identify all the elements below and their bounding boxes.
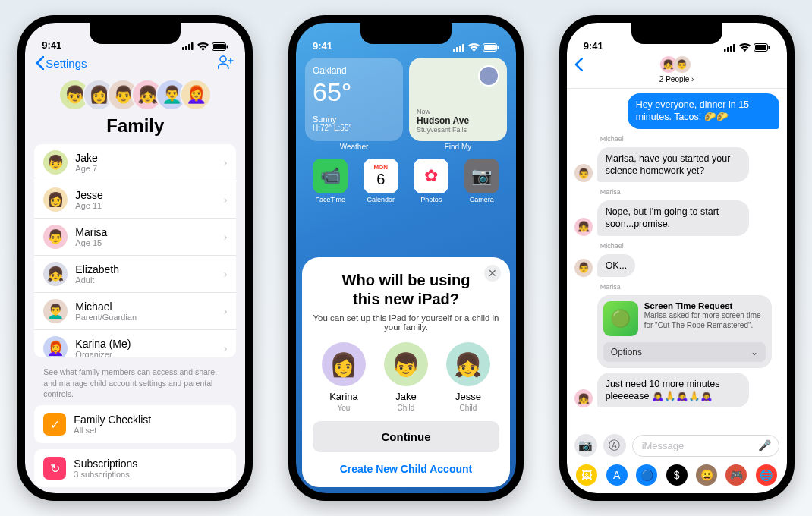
member-name: Jake xyxy=(75,152,223,164)
home-app[interactable]: 📹FaceTime xyxy=(308,159,353,203)
svg-rect-21 xyxy=(768,46,770,49)
statusbar-time: 9:41 xyxy=(42,39,61,51)
user-name: Jesse xyxy=(455,391,481,402)
apps-button[interactable]: Ⓐ xyxy=(603,434,626,457)
msg-bubble[interactable]: Hey everyone, dinner in 15 minutes. Taco… xyxy=(628,93,779,129)
member-name: Michael xyxy=(75,300,223,313)
svg-rect-5 xyxy=(213,44,225,49)
imessage-app[interactable]: 🖼 xyxy=(576,464,597,486)
msg-bubble[interactable]: Nope, but I'm going to start soon...prom… xyxy=(597,200,749,236)
sender-label: Marisa xyxy=(600,188,779,196)
home-app[interactable]: ✿Photos xyxy=(409,159,454,203)
user-option[interactable]: 👦 Jake Child xyxy=(384,342,428,412)
findmy-place: Hudson Ave xyxy=(417,115,499,126)
notch xyxy=(90,23,181,44)
add-person-button[interactable] xyxy=(218,55,234,71)
findmy-now: Now xyxy=(417,108,499,115)
notch xyxy=(631,23,722,44)
st-title: Screen Time Request xyxy=(644,301,766,310)
home-app[interactable]: MON6Calendar xyxy=(358,159,403,203)
svg-rect-3 xyxy=(191,42,194,50)
weather-hilo: H:72° L:55° xyxy=(313,124,395,132)
chevron-right-icon: › xyxy=(224,156,228,168)
family-member-row[interactable]: 👨 Marisa Age 15 › xyxy=(34,219,236,256)
findmy-widget[interactable]: Now Hudson Ave Stuyvesant Falls xyxy=(409,58,507,141)
family-member-row[interactable]: 👧 Elizabeth Adult › xyxy=(34,256,236,293)
subscriptions-card[interactable]: ↻ Subscriptions 3 subscriptions xyxy=(34,449,236,487)
svg-rect-15 xyxy=(724,49,726,52)
message-input[interactable]: iMessage 🎤 xyxy=(632,435,779,457)
member-name: Jesse xyxy=(75,189,223,201)
modal-title: Who will be using this new iPad? xyxy=(313,271,499,309)
imessage-app[interactable]: A xyxy=(606,464,628,486)
msg-bubble[interactable]: Marisa, have you started your science ho… xyxy=(597,147,749,183)
phone-family-settings: 9:41 Settings 👦👩👨👧👨‍🦱👩‍🦰 Family 👦 Jake A… xyxy=(17,15,253,501)
page-title: Family xyxy=(25,115,245,137)
imessage-app[interactable]: 🔵 xyxy=(636,464,657,486)
signal-icon xyxy=(453,44,465,52)
continue-button[interactable]: Continue xyxy=(313,421,499,452)
imessage-app[interactable]: 🌐 xyxy=(756,464,777,486)
sender-label: Michael xyxy=(600,135,779,143)
thread-avatars: 👧 👨 xyxy=(663,56,691,73)
input-placeholder: iMessage xyxy=(642,440,685,452)
statusbar-time: 9:41 xyxy=(313,40,332,52)
message-in: 👧 Nope, but I'm going to start soon...pr… xyxy=(574,200,779,236)
svg-point-7 xyxy=(220,56,226,62)
imessage-app[interactable]: $ xyxy=(666,464,688,486)
member-avatar: 👨 xyxy=(43,225,68,249)
family-member-row[interactable]: 👩 Jesse Age 11 › xyxy=(34,181,236,219)
member-avatar: 👩 xyxy=(43,187,68,212)
message-thread[interactable]: Hey everyone, dinner in 15 minutes. Taco… xyxy=(567,89,787,429)
imessage-app[interactable]: 🎮 xyxy=(725,464,747,486)
app-icon: ✿ xyxy=(414,159,448,194)
app-label: Camera xyxy=(470,196,494,203)
phone-messages: 9:41 👧 👨 2 People › Hey everyone xyxy=(559,15,795,501)
thread-title[interactable]: 👧 👨 2 People › xyxy=(588,56,766,83)
msg-bubble[interactable]: OK... xyxy=(597,254,635,277)
user-option[interactable]: 👧 Jesse Child xyxy=(446,342,490,412)
options-button[interactable]: Options ⌄ xyxy=(603,342,766,362)
svg-rect-10 xyxy=(459,46,461,52)
family-checklist-card[interactable]: ✓ Family Checklist All set xyxy=(34,405,236,443)
family-member-row[interactable]: 👨‍🦱 Michael Parent/Guardian › xyxy=(34,293,236,330)
user-option[interactable]: 👩 Karina You xyxy=(322,342,366,412)
signal-icon xyxy=(182,42,194,50)
phone-ipad-setup: 9:41 Oakland 65° Sunny H:72° L:55° Weath… xyxy=(288,15,524,501)
sender-label: Marisa xyxy=(600,283,779,291)
camera-button[interactable]: 📷 xyxy=(574,434,597,457)
weather-widget[interactable]: Oakland 65° Sunny H:72° L:55° xyxy=(305,58,403,141)
message-out: Hey everyone, dinner in 15 minutes. Taco… xyxy=(574,93,779,129)
statusbar-icons xyxy=(453,43,499,52)
svg-rect-20 xyxy=(755,45,766,50)
family-member-row[interactable]: 👦 Jake Age 7 › xyxy=(34,144,236,181)
notch xyxy=(360,23,452,44)
statusbar-time: 9:41 xyxy=(584,40,603,52)
family-avatar: 👩‍🦰 xyxy=(180,79,212,111)
home-app[interactable]: 📷Camera xyxy=(459,159,504,203)
member-name: Marisa xyxy=(75,226,223,238)
msg-bubble[interactable]: Just need 10 more minutes pleeeease 🙇‍♀️… xyxy=(597,373,749,408)
app-icon: 📷 xyxy=(464,159,499,194)
svg-rect-13 xyxy=(484,45,496,50)
svg-rect-14 xyxy=(497,46,499,49)
imessage-app[interactable]: 😀 xyxy=(696,464,717,486)
back-button[interactable] xyxy=(574,56,588,76)
family-member-row[interactable]: 👩‍🦰 Karina (Me) Organizer › xyxy=(34,330,236,358)
wifi-icon xyxy=(739,43,751,52)
close-button[interactable]: ✕ xyxy=(484,265,501,282)
findmy-avatar xyxy=(478,65,499,87)
back-button[interactable]: Settings xyxy=(36,56,87,70)
member-avatar: 👦 xyxy=(43,150,68,175)
svg-rect-11 xyxy=(462,44,464,52)
screen-time-card[interactable]: 🟢 Screen Time Request Marisa asked for m… xyxy=(597,295,772,368)
modal-body: You can set up this iPad for yourself or… xyxy=(313,313,499,332)
member-sub: Adult xyxy=(75,275,223,285)
battery-icon xyxy=(754,43,770,52)
mic-icon: 🎤 xyxy=(758,439,771,452)
create-child-link[interactable]: Create New Child Account xyxy=(313,460,499,478)
member-sub: Age 15 xyxy=(75,238,223,247)
family-member-list: 👦 Jake Age 7 ›👩 Jesse Age 11 ›👨 Marisa A… xyxy=(34,144,236,358)
family-avatar-stack: 👦👩👨👧👨‍🦱👩‍🦰 xyxy=(25,79,245,111)
msg-avatar: 👧 xyxy=(574,218,593,236)
